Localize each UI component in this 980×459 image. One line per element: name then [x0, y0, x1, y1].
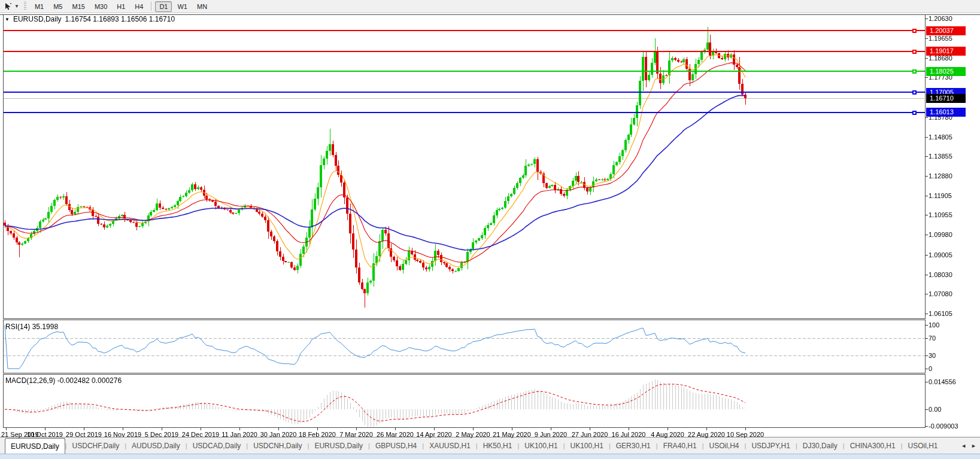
chart-tab-usoil-h1[interactable]: USOil,H1: [903, 437, 943, 454]
chart-tab-china300-h1[interactable]: CHINA300,H1: [845, 437, 901, 454]
toolbar-grip-handle[interactable]: [24, 2, 26, 11]
chart-tab-uk100-h1[interactable]: UK100,H1: [519, 437, 563, 454]
chart-tab-fra40-h1[interactable]: FRA40,H1: [658, 437, 702, 454]
timeframe-button-h1[interactable]: H1: [113, 1, 129, 12]
chart-tab-usoil-h4[interactable]: USOil,H4: [704, 437, 745, 454]
chart-tab-gbpusd-h4[interactable]: GBPUSD,H4: [370, 437, 422, 454]
timeframe-button-m5[interactable]: M5: [49, 1, 66, 12]
tab-scroll-right-icon[interactable]: ►: [971, 443, 976, 449]
chart-tab-hk50-h1[interactable]: HK50,H1: [478, 437, 518, 454]
tool-dropdown-caret-icon[interactable]: ▼: [14, 4, 19, 9]
chart-tab-usdcad-daily[interactable]: USDCAD,Daily: [187, 437, 247, 454]
chart-window: ▼ EURUSD,Daily 1.16754 1.16893 1.16506 1…: [0, 13, 980, 437]
chart-tab-audusd-daily[interactable]: AUDUSD,Daily: [126, 437, 186, 454]
tab-scroll-left-icon[interactable]: ◄: [961, 443, 966, 449]
chart-tab-ger30-h1[interactable]: GER30,H1: [611, 437, 656, 454]
chart-tab-dj30-daily[interactable]: DJ30,Daily: [797, 437, 843, 454]
timeframe-button-m1[interactable]: M1: [31, 1, 48, 12]
timeframe-button-m30[interactable]: M30: [90, 1, 111, 12]
timeframe-button-mn[interactable]: MN: [193, 1, 211, 12]
chart-tab-eurusd-daily[interactable]: EURUSD,Daily: [309, 437, 368, 454]
toolbar-separator: [151, 2, 151, 11]
status-strip: [0, 454, 980, 459]
chart-tab-bar: EURUSD,Daily|USDCHF,Daily|AUDUSD,Daily|U…: [0, 437, 980, 454]
tab-list: EURUSD,Daily|USDCHF,Daily|AUDUSD,Daily|U…: [0, 437, 943, 454]
cursor-tool-icon[interactable]: [2, 2, 14, 11]
chart-tab-xauusd-h1[interactable]: XAUUSD,H1: [424, 437, 476, 454]
chart-tab-usdcnh-daily[interactable]: USDCNH,Daily: [248, 437, 307, 454]
timeframe-button-m15[interactable]: M15: [68, 1, 89, 12]
timeframe-button-d1[interactable]: D1: [155, 1, 172, 12]
trading-terminal-window: ▼ M1M5M15M30H1H4D1W1MN ▼ EURUSD,Daily 1.…: [0, 0, 980, 459]
price-chart-canvas[interactable]: [0, 13, 980, 437]
timeframe-button-h4[interactable]: H4: [131, 1, 147, 12]
chart-tab-uk100-h1[interactable]: UK100,H1: [565, 437, 609, 454]
timeframe-buttons: M1M5M15M30H1H4D1W1MN: [30, 1, 212, 12]
timeframe-button-w1[interactable]: W1: [173, 1, 192, 12]
chart-tab-eurusd-daily[interactable]: EURUSD,Daily: [5, 438, 65, 454]
chart-tab-usdchf-daily[interactable]: USDCHF,Daily: [67, 437, 125, 454]
tab-scroll-arrows: ◄ ►: [957, 437, 980, 454]
chart-tab-usdjpy-h1[interactable]: USDJPY,H1: [746, 437, 795, 454]
timeframe-toolbar: ▼ M1M5M15M30H1H4D1W1MN: [0, 0, 980, 13]
